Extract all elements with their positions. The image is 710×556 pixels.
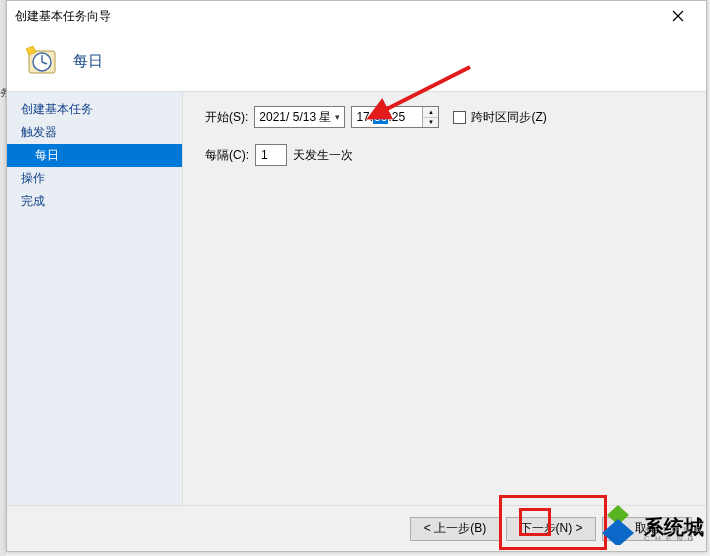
interval-input[interactable]: 1 bbox=[255, 144, 287, 166]
window-title: 创建基本任务向导 bbox=[15, 8, 658, 25]
wizard-header: 每日 bbox=[7, 31, 706, 91]
page-heading: 每日 bbox=[73, 52, 103, 71]
start-date-picker[interactable]: 2021/ 5/13 星 ▾ bbox=[254, 106, 345, 128]
titlebar: 创建基本任务向导 bbox=[7, 1, 706, 31]
sidebar-item-trigger[interactable]: 触发器 bbox=[7, 121, 182, 144]
sidebar-item-daily[interactable]: 每日 bbox=[7, 144, 182, 167]
sidebar-item-finish[interactable]: 完成 bbox=[7, 190, 182, 213]
chevron-down-icon: ▾ bbox=[335, 112, 340, 122]
start-time-value: 17:30:25 bbox=[352, 107, 422, 127]
clock-icon bbox=[23, 43, 59, 79]
wizard-window: 创建基本任务向导 每日 创建基本任务 触发器 每日 操作 完成 开始(S): bbox=[6, 0, 707, 552]
spin-up-button[interactable]: ▲ bbox=[423, 107, 438, 118]
start-time-spinner[interactable]: 17:30:25 ▲ ▼ bbox=[351, 106, 439, 128]
interval-label: 每隔(C): bbox=[205, 147, 249, 164]
sync-timezone-checkbox[interactable]: 跨时区同步(Z) bbox=[453, 109, 546, 126]
close-button[interactable] bbox=[658, 2, 698, 30]
wizard-sidebar: 创建基本任务 触发器 每日 操作 完成 bbox=[7, 92, 183, 505]
start-date-value: 2021/ 5/13 星 bbox=[259, 109, 331, 126]
checkbox-box bbox=[453, 111, 466, 124]
time-minutes-selected: 30 bbox=[373, 110, 388, 124]
back-button[interactable]: < 上一步(B) bbox=[410, 517, 500, 541]
cancel-button[interactable]: 取消 bbox=[602, 517, 692, 541]
wizard-content: 开始(S): 2021/ 5/13 星 ▾ 17:30:25 ▲ ▼ bbox=[183, 92, 706, 505]
sidebar-item-action[interactable]: 操作 bbox=[7, 167, 182, 190]
sync-timezone-label: 跨时区同步(Z) bbox=[471, 109, 546, 126]
next-button[interactable]: 下一步(N) > bbox=[506, 517, 596, 541]
interval-suffix: 天发生一次 bbox=[293, 147, 353, 164]
start-label: 开始(S): bbox=[205, 109, 248, 126]
sidebar-item-create-basic-task[interactable]: 创建基本任务 bbox=[7, 98, 182, 121]
wizard-footer: < 上一步(B) 下一步(N) > 取消 bbox=[7, 505, 706, 551]
spin-down-button[interactable]: ▼ bbox=[423, 118, 438, 128]
